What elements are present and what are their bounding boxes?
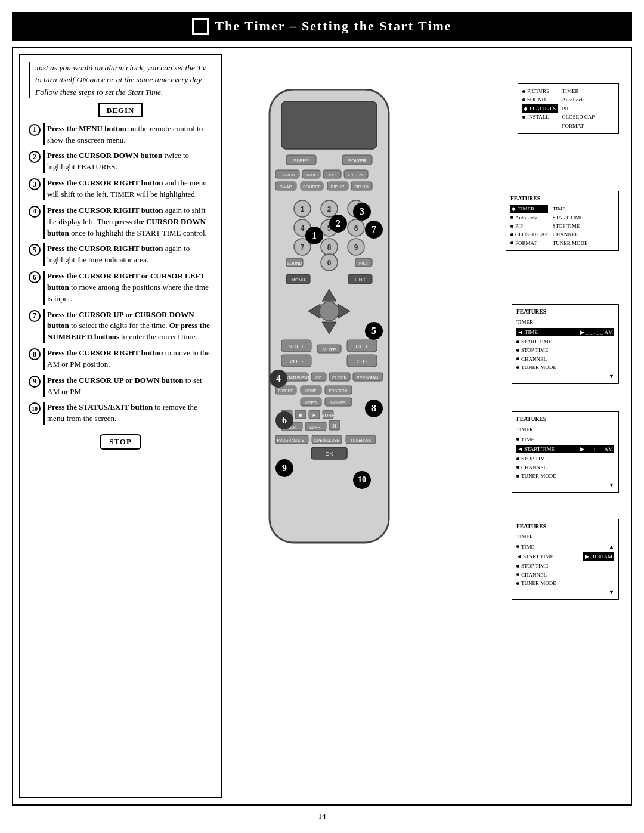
screen-box-1-content: PICTURE SOUND ◆ FEATURES xyxy=(522,87,614,130)
stop-box: STOP xyxy=(100,434,141,450)
step-divider-3 xyxy=(43,178,45,200)
svg-point-54 xyxy=(320,302,339,321)
svg-text:PERSONAL: PERSONAL xyxy=(357,376,379,380)
screen-item-autolock: AutoLock xyxy=(562,95,595,104)
svg-text:SURR.: SURR. xyxy=(309,425,321,429)
main-content: Just as you would an alarm clock, you ca… xyxy=(12,47,632,806)
svg-text:VOL +: VOL + xyxy=(289,343,304,349)
instructions-panel: Just as you would an alarm clock, you ca… xyxy=(19,54,222,798)
svg-text:►: ► xyxy=(312,413,317,418)
svg-text:1: 1 xyxy=(301,205,305,213)
screen-box-5: FEATURES TIMER TIME ▲ ◄ START TIME ▶ 10:… xyxy=(512,519,619,600)
intro-text: Just as you would an alarm clock, you ca… xyxy=(29,62,212,98)
screen-box-3: FEATURES TIMER ◄ TIME ▶ _ _ : _ _ AM STA… xyxy=(512,304,619,384)
screen-item-format-2: FORMAT xyxy=(510,239,548,247)
screen-box-5-header: FEATURES xyxy=(516,522,614,531)
screen-box-4-sub: TIMER xyxy=(516,425,614,433)
step-divider-6 xyxy=(43,271,45,305)
screen-box-2: FEATURES ◆ TIMER AutoLock xyxy=(506,191,619,251)
step-4: 4 Press the CURSOR RIGHT button again to… xyxy=(29,205,212,239)
page-title: The Timer – Setting the Start Time xyxy=(215,18,451,34)
svg-text:SOUND: SOUND xyxy=(287,261,302,265)
step-number-9: 9 xyxy=(29,376,41,388)
svg-text:6: 6 xyxy=(354,224,358,233)
svg-text:SOURCE: SOURCE xyxy=(303,185,321,189)
screen-item-autolock-2: AutoLock xyxy=(510,213,548,222)
screen-item-features-active: ◆ FEATURES xyxy=(522,104,558,113)
svg-text:POWER: POWER xyxy=(348,158,366,163)
step-text-8: Press the CURSOR RIGHT button to move to… xyxy=(47,348,212,370)
step-7: 7 Press the CURSOR UP or CURSOR DOWN but… xyxy=(29,309,212,343)
step-text-4: Press the CURSOR RIGHT button again to s… xyxy=(47,205,212,239)
screen-item-starttime-5: ◄ START TIME ▶ 10:30 AM xyxy=(516,552,614,561)
screen-item-install: INSTALL xyxy=(522,113,558,121)
screen-box-3-sub: TIMER xyxy=(516,318,614,326)
screen-box-5-sub: TIMER xyxy=(516,532,614,541)
step-number-3: 3 xyxy=(29,178,41,190)
callout-10: 10 xyxy=(353,471,371,489)
step-1: 1 Press the MENU button on the remote co… xyxy=(29,123,212,146)
step-text-9: Press the CURSOR UP or DOWN button to se… xyxy=(47,375,212,398)
svg-text:OK: OK xyxy=(325,451,333,457)
screen-item-time-active: ◄ TIME ▶ _ _ : _ _ AM xyxy=(516,328,614,336)
step-number-4: 4 xyxy=(29,206,41,218)
svg-text:SLEEP: SLEEP xyxy=(293,158,309,163)
svg-text:FREEZE: FREEZE xyxy=(348,173,364,177)
svg-text:II: II xyxy=(333,423,336,429)
svg-text:2: 2 xyxy=(327,205,332,213)
screen-box-2-left: ◆ TIMER AutoLock PIP xyxy=(510,205,548,247)
step-9: 9 Press the CURSOR UP or DOWN button to … xyxy=(29,375,212,398)
step-divider-5 xyxy=(43,243,45,266)
svg-text:■: ■ xyxy=(299,413,302,418)
step-text-1: Press the MENU button on the remote cont… xyxy=(47,123,212,146)
step-text-10: Press the STATUS/EXIT button to remove t… xyxy=(47,402,212,425)
step-number-8: 8 xyxy=(29,348,41,360)
step-number-7: 7 xyxy=(29,310,41,322)
svg-text:PIP UP: PIP UP xyxy=(331,185,345,189)
svg-text:ON/OFF: ON/OFF xyxy=(304,173,319,177)
screen-item-starttime-3: START TIME xyxy=(516,337,614,346)
svg-text:VIDEO: VIDEO xyxy=(305,401,317,405)
screen-item-starttime-r: START TIME xyxy=(553,213,588,222)
dot-picture xyxy=(522,90,525,93)
screen-item-pip: PIP xyxy=(562,104,595,113)
step-10: 10 Press the STATUS/EXIT button to remov… xyxy=(29,402,212,425)
step-text-3: Press the CURSOR RIGHT button and the me… xyxy=(47,178,212,200)
screen-item-closedcap-2: CLOSED CAP xyxy=(510,230,548,239)
step-5: 5 Press the CURSOR RIGHT button again to… xyxy=(29,243,212,266)
callout-9: 9 xyxy=(275,459,293,477)
svg-text:PIP ON: PIP ON xyxy=(354,185,369,189)
callout-7: 7 xyxy=(365,221,383,239)
svg-text:SWAP: SWAP xyxy=(280,185,292,189)
screen-box-3-header: FEATURES xyxy=(516,308,614,317)
screen-item-timer-active: ◆ TIMER xyxy=(510,205,548,213)
callout-3: 3 xyxy=(353,203,371,221)
step-divider-9 xyxy=(43,375,45,398)
step-6: 6 Press the CURSOR RIGHT or CURSOR LEFT … xyxy=(29,271,212,305)
screen-box-2-header: FEATURES xyxy=(510,194,614,203)
screen-box-1: PICTURE SOUND ◆ FEATURES xyxy=(518,83,619,134)
svg-text:VOL -: VOL - xyxy=(289,358,303,364)
svg-rect-1 xyxy=(281,101,377,149)
screen-item-format: FORMAT xyxy=(562,122,595,130)
svg-text:0: 0 xyxy=(327,259,332,267)
screen-item-pip-2: PIP xyxy=(510,222,548,230)
screen-item-tunermode-4: TUNER MODE xyxy=(516,472,614,480)
svg-text:TV/VCR: TV/VCR xyxy=(280,173,295,177)
screen-box-1-right: TIMER AutoLock PIP CLOSED CAP FORMAT xyxy=(562,87,595,130)
title-square-icon xyxy=(192,18,209,35)
svg-text:MUTE: MUTE xyxy=(323,347,336,352)
screen-item-timer: TIMER xyxy=(562,87,595,95)
begin-label-container: BEGIN xyxy=(29,103,212,117)
svg-text:MENU: MENU xyxy=(291,277,305,283)
step-divider-4 xyxy=(43,205,45,239)
title-bar: The Timer – Setting the Start Time xyxy=(12,12,632,41)
svg-text:FIX/REC: FIX/REC xyxy=(278,389,293,393)
callout-2: 2 xyxy=(329,215,347,233)
right-panel: SLEEP POWER TV/VCR ON/OFF PIP FREEZE xyxy=(228,54,625,798)
svg-text:4: 4 xyxy=(301,224,305,233)
screen-item-time-5: TIME ▲ xyxy=(516,543,614,551)
screen-item-tunermode-5: TUNER MODE xyxy=(516,579,614,587)
svg-text:9: 9 xyxy=(354,243,358,252)
screen-item-channel-3: CHANNEL xyxy=(516,355,614,363)
